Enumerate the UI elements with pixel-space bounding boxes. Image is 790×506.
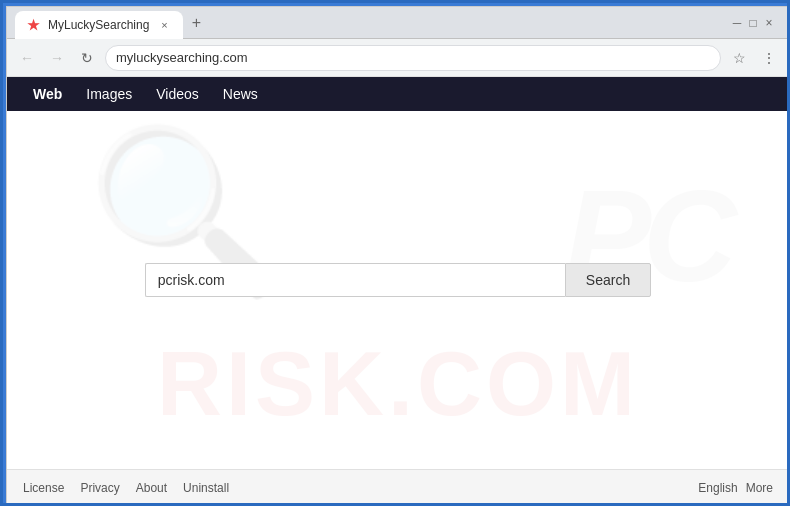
new-tab-button[interactable]: + bbox=[183, 10, 209, 36]
back-button[interactable]: ← bbox=[15, 46, 39, 70]
search-form: Search bbox=[145, 263, 651, 297]
footer-links: License Privacy About Uninstall bbox=[23, 481, 698, 495]
minimize-button[interactable]: ─ bbox=[729, 15, 745, 31]
footer-right: English More bbox=[698, 481, 773, 495]
footer-license-link[interactable]: License bbox=[23, 481, 64, 495]
tab-favicon: ★ bbox=[27, 17, 40, 33]
watermark-risk-text: RISK.COM bbox=[7, 339, 789, 429]
title-bar-left: ★ MyLuckySearching × + bbox=[15, 7, 781, 39]
bookmark-button[interactable]: ☆ bbox=[727, 46, 751, 70]
main-content: 🔍 PC RISK.COM Search bbox=[7, 111, 789, 469]
url-text: myluckysearching.com bbox=[116, 50, 710, 65]
footer-about-link[interactable]: About bbox=[136, 481, 167, 495]
nav-tab-videos[interactable]: Videos bbox=[146, 80, 209, 108]
nav-tab-news[interactable]: News bbox=[213, 80, 268, 108]
window-controls: ─ □ × bbox=[729, 15, 777, 31]
address-bar: ← → ↻ myluckysearching.com ☆ ⋮ bbox=[7, 39, 789, 77]
refresh-button[interactable]: ↻ bbox=[75, 46, 99, 70]
forward-button[interactable]: → bbox=[45, 46, 69, 70]
nav-tab-images[interactable]: Images bbox=[76, 80, 142, 108]
search-area: Search bbox=[145, 263, 651, 297]
maximize-button[interactable]: □ bbox=[745, 15, 761, 31]
browser-tab[interactable]: ★ MyLuckySearching × bbox=[15, 11, 183, 39]
url-bar[interactable]: myluckysearching.com bbox=[105, 45, 721, 71]
tab-title: MyLuckySearching bbox=[48, 18, 149, 32]
nav-tab-web[interactable]: Web bbox=[23, 80, 72, 108]
close-button[interactable]: × bbox=[761, 15, 777, 31]
chrome-menu-button[interactable]: ⋮ bbox=[757, 46, 781, 70]
footer-language[interactable]: English bbox=[698, 481, 737, 495]
title-bar: ★ MyLuckySearching × + ─ □ × bbox=[7, 7, 789, 39]
search-input[interactable] bbox=[145, 263, 565, 297]
footer-privacy-link[interactable]: Privacy bbox=[80, 481, 119, 495]
footer-uninstall-link[interactable]: Uninstall bbox=[183, 481, 229, 495]
footer: License Privacy About Uninstall English … bbox=[7, 469, 789, 505]
browser-window: ★ MyLuckySearching × + ─ □ × ← → ↻ myluc… bbox=[6, 6, 790, 506]
nav-tabs-bar: Web Images Videos News bbox=[7, 77, 789, 111]
search-button[interactable]: Search bbox=[565, 263, 651, 297]
tab-close-button[interactable]: × bbox=[157, 18, 171, 32]
footer-more[interactable]: More bbox=[746, 481, 773, 495]
